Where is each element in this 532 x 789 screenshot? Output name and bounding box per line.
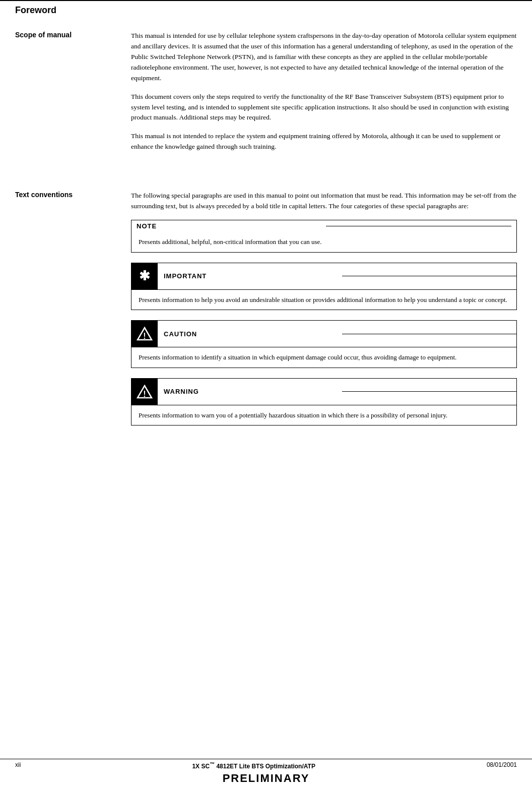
text-conventions-left-column: Text conventions (15, 191, 126, 436)
note-header: NOTE (131, 220, 516, 232)
footer-line1: xii 1X SC™ 4812ET Lite BTS Optimization/… (0, 759, 532, 772)
warning-triangle-svg: ! (137, 384, 153, 400)
caution-title: CAUTION (164, 330, 338, 338)
important-icon: ✱ (131, 263, 158, 289)
asterisk-icon: ✱ (139, 268, 150, 284)
caution-box: ! CAUTION Presents information to identi… (131, 320, 517, 368)
warning-body: Presents information to warn you of a po… (131, 405, 516, 426)
warning-title: WARNING (164, 388, 338, 395)
page: Foreword Scope of manual This manual is … (0, 0, 532, 789)
warning-icon: ! (131, 379, 158, 405)
scope-paragraph-3: This manual is not intended to replace t… (131, 131, 517, 152)
svg-text:!: ! (143, 390, 146, 398)
footer-page-number: xii (15, 761, 21, 770)
footer: xii 1X SC™ 4812ET Lite BTS Optimization/… (0, 759, 532, 789)
svg-text:!: ! (143, 332, 146, 340)
footer-product: 1X SC™ 4812ET Lite BTS Optimization/ATP (192, 761, 315, 770)
note-box: NOTE Presents additional, helpful, non-c… (131, 220, 517, 253)
caution-body: Presents information to identify a situa… (131, 347, 516, 368)
important-box: ✱ IMPORTANT Presents information to help… (131, 263, 517, 311)
important-body: Presents information to help you avoid a… (131, 290, 516, 310)
text-conventions-intro: The following special paragraphs are use… (131, 191, 517, 212)
caution-title-line (342, 334, 516, 334)
note-title: NOTE (137, 222, 322, 230)
warning-header: ! WARNING (131, 379, 516, 405)
footer-preliminary: PRELIMINARY (223, 772, 310, 785)
important-title-line (342, 276, 516, 276)
note-body: Presents additional, helpful, non-critic… (131, 232, 516, 252)
footer-line2: PRELIMINARY (0, 772, 532, 789)
warning-box: ! WARNING Presents information to warn y… (131, 378, 517, 426)
scope-paragraph-1: This manual is intended for use by cellu… (131, 31, 517, 84)
caution-icon: ! (131, 321, 158, 347)
caution-header: ! CAUTION (131, 321, 516, 347)
text-conventions-heading: Text conventions (15, 191, 126, 199)
header-section: Foreword (0, 1, 532, 16)
scope-heading: Scope of manual (15, 31, 126, 39)
note-title-line (326, 226, 511, 226)
scope-right-column: This manual is intended for use by cellu… (126, 31, 517, 160)
important-title: IMPORTANT (164, 272, 338, 280)
warning-title-line (342, 391, 516, 392)
text-conventions-right-column: The following special paragraphs are use… (126, 191, 517, 436)
important-header: ✱ IMPORTANT (131, 263, 516, 290)
scope-paragraph-2: This document covers only the steps requ… (131, 92, 517, 124)
footer-date: 08/01/2001 (487, 761, 517, 770)
page-title: Foreword (15, 5, 517, 16)
scope-left-column: Scope of manual (15, 31, 126, 160)
scope-section: Scope of manual This manual is intended … (0, 16, 532, 160)
text-conventions-section: Text conventions The following special p… (0, 175, 532, 436)
caution-triangle-svg: ! (137, 326, 153, 342)
